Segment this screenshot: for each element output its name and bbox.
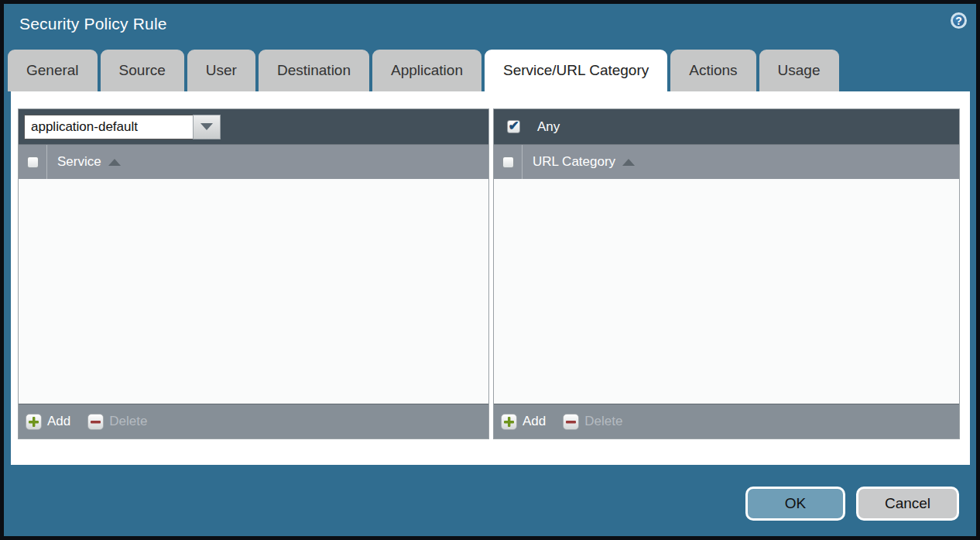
check-icon: ✔ [508,119,519,132]
sort-ascending-icon[interactable] [108,159,121,166]
delete-button-label: Delete [109,414,147,429]
tab-bar: General Source User Destination Applicat… [8,50,839,91]
dropdown-arrow-button[interactable] [193,115,221,139]
tab-user[interactable]: User [187,50,255,91]
url-category-toolbar: Add Delete [494,404,959,439]
service-delete-button[interactable]: Delete [87,414,147,430]
content-area: Service Add [11,91,970,465]
tab-general[interactable]: General [8,50,98,91]
tab-usage[interactable]: Usage [759,50,839,91]
service-column-header[interactable]: Service [57,154,101,170]
cancel-button[interactable]: Cancel [856,487,959,521]
help-icon[interactable]: ? [951,12,967,29]
any-checkbox[interactable]: ✔ [507,120,520,133]
help-glyph: ? [955,15,962,27]
url-category-delete-button[interactable]: Delete [563,414,622,430]
url-category-panel-header: ✔ Any [494,109,959,144]
url-category-column-header-row: URL Category [494,144,959,179]
url-category-select-all-checkbox[interactable] [502,156,514,168]
service-add-button[interactable]: Add [26,414,70,430]
chevron-down-icon [200,123,213,130]
url-category-panel: ✔ Any URL Category [493,108,960,439]
service-toolbar: Add Delete [19,404,488,439]
any-label: Any [537,119,560,135]
url-category-select-all-cell [494,145,523,179]
plus-icon [26,414,42,430]
delete-button-label: Delete [584,414,622,429]
tab-application[interactable]: Application [372,50,481,91]
plus-icon [501,414,517,430]
any-checkbox-cell: ✔ [499,109,528,144]
url-category-column-header[interactable]: URL Category [533,154,615,170]
tab-source[interactable]: Source [101,50,184,91]
service-type-input[interactable] [24,115,193,139]
dialog-title: Security Policy Rule [19,15,167,33]
minus-icon [563,414,579,430]
service-select-all-checkbox[interactable] [27,156,39,168]
service-column-header-row: Service [19,144,488,179]
url-category-list[interactable] [494,179,959,404]
tab-destination[interactable]: Destination [259,50,369,91]
service-list[interactable] [19,179,488,404]
service-panel: Service Add [18,108,489,439]
add-button-label: Add [523,414,546,429]
url-category-add-button[interactable]: Add [501,414,546,430]
service-select-all-cell [19,145,47,179]
tab-service-url-category[interactable]: Service/URL Category [485,50,667,91]
minus-icon [87,414,104,430]
tab-actions[interactable]: Actions [670,50,756,91]
service-type-dropdown[interactable] [24,115,221,139]
security-policy-rule-dialog: Security Policy Rule ? General Source Us… [0,0,980,540]
service-panel-header [19,109,488,144]
sort-ascending-icon[interactable] [622,159,635,166]
ok-button[interactable]: OK [745,487,845,521]
add-button-label: Add [47,414,70,429]
